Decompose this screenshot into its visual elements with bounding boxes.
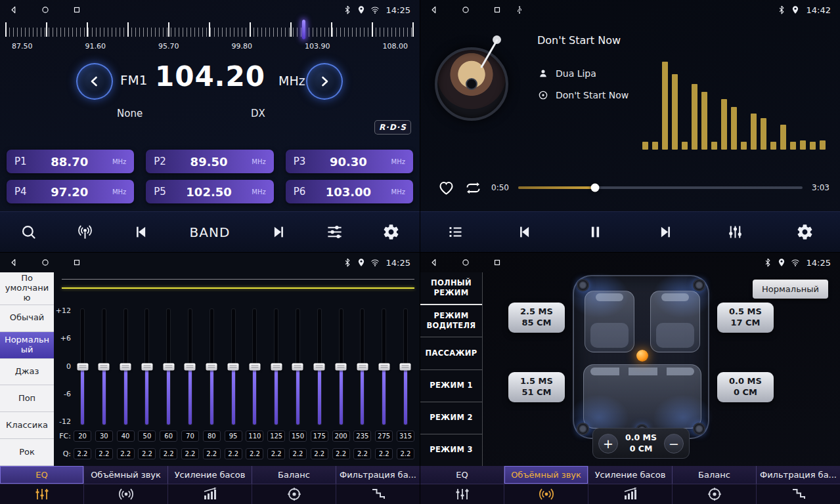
audio-tab[interactable]: Объёмный звук [504, 466, 588, 484]
eq-band-slider[interactable] [353, 309, 371, 425]
settings-button[interactable] [382, 223, 400, 241]
eq-slider-handle[interactable] [228, 364, 239, 371]
nav-home-icon[interactable] [461, 258, 470, 267]
radio-preset-button[interactable]: P3 90.30 MHz [286, 150, 413, 173]
eq-preset-item[interactable]: Рок [0, 439, 54, 466]
eq-slider-track[interactable] [81, 309, 84, 425]
eq-band-slider[interactable] [397, 309, 414, 425]
eq-slider-handle[interactable] [99, 364, 110, 371]
eq-slider-handle[interactable] [336, 364, 347, 371]
eq-band-slider[interactable] [332, 309, 350, 425]
eq-slider-handle[interactable] [249, 364, 260, 371]
eq-band-slider[interactable] [117, 309, 135, 425]
eq-slider-handle[interactable] [292, 364, 303, 371]
nav-recents-icon[interactable] [72, 5, 81, 14]
audio-tab[interactable]: EQ [420, 466, 504, 484]
nav-back-icon[interactable] [430, 258, 439, 267]
scan-button[interactable] [20, 223, 37, 241]
eq-slider-handle[interactable] [185, 364, 196, 371]
eq-band-slider[interactable] [74, 309, 91, 425]
sound-preset-button[interactable]: Нормальный [753, 280, 828, 299]
eq-slider-track[interactable] [253, 309, 256, 425]
eq-slider-track[interactable] [382, 309, 386, 425]
audio-settings-button[interactable] [326, 223, 343, 241]
audio-tab[interactable]: Объёмный звук [84, 466, 168, 484]
sound-mode-item[interactable]: РЕЖИМ ВОДИТЕЛЯ [420, 305, 482, 337]
audio-tab[interactable]: Фильтрация ба... [336, 466, 420, 484]
eq-band-slider[interactable] [267, 309, 285, 425]
eq-slider-track[interactable] [124, 309, 127, 425]
sound-mode-item[interactable]: РЕЖИМ 1 [420, 370, 482, 402]
audio-tab[interactable]: Баланс [673, 466, 757, 484]
eq-slider-handle[interactable] [400, 364, 411, 371]
nav-recents-icon[interactable] [72, 258, 81, 267]
nav-recents-icon[interactable] [493, 258, 502, 267]
eq-band-slider[interactable] [289, 309, 307, 425]
surround-tab-icon[interactable] [504, 484, 588, 504]
bass-boost-tab-icon[interactable] [588, 484, 673, 504]
front-right-delay-button[interactable]: 0.5 MS 17 CM [717, 303, 774, 333]
sound-mode-item[interactable]: ПОЛНЫЙ РЕЖИМ [420, 272, 482, 305]
audio-tab[interactable]: Баланс [252, 466, 336, 484]
sound-mode-item[interactable]: ПАССАЖИР [420, 337, 482, 369]
eq-slider-track[interactable] [188, 309, 192, 425]
eq-slider-track[interactable] [167, 309, 170, 425]
eq-slider-handle[interactable] [271, 364, 282, 371]
sound-mode-item[interactable]: РЕЖИМ 2 [420, 402, 482, 434]
eq-slider-track[interactable] [145, 309, 148, 425]
seek-bar-thumb[interactable] [590, 184, 599, 192]
listening-position-marker[interactable] [636, 350, 648, 362]
eq-slider-handle[interactable] [120, 364, 131, 371]
playlist-button[interactable] [447, 223, 464, 241]
eq-preset-item[interactable]: По умолчанию [0, 272, 54, 305]
previous-station-button[interactable] [133, 223, 150, 241]
eq-preset-item[interactable]: Поп [0, 385, 54, 412]
eq-slider-handle[interactable] [77, 364, 88, 371]
filter-tab-icon[interactable] [336, 484, 420, 504]
previous-track-button[interactable] [516, 223, 534, 241]
radio-preset-button[interactable]: P6 103.00 MHz [286, 180, 413, 203]
sound-mode-item[interactable]: РЕЖИМ 3 [420, 434, 482, 466]
filter-tab-icon[interactable] [757, 484, 840, 504]
rear-left-delay-button[interactable]: 1.5 MS 51 CM [508, 372, 565, 402]
balance-tab-icon[interactable] [673, 484, 757, 504]
eq-slider-track[interactable] [361, 309, 364, 425]
nav-back-icon[interactable] [9, 258, 18, 267]
eq-band-slider[interactable] [95, 309, 113, 425]
eq-band-slider[interactable] [246, 309, 263, 425]
eq-slider-handle[interactable] [206, 364, 217, 371]
eq-slider-track[interactable] [102, 309, 106, 425]
nav-back-icon[interactable] [430, 5, 439, 14]
eq-slider-handle[interactable] [378, 364, 389, 371]
eq-slider-track[interactable] [275, 309, 278, 425]
eq-tab-icon[interactable] [420, 484, 504, 504]
seek-bar[interactable] [518, 186, 803, 189]
eq-preset-item[interactable]: Классика [0, 412, 54, 439]
settings-button[interactable] [796, 223, 814, 241]
next-track-button[interactable] [656, 223, 674, 241]
eq-slider-handle[interactable] [357, 364, 368, 371]
tune-down-button[interactable] [76, 63, 113, 100]
eq-band-slider[interactable] [138, 309, 156, 425]
eq-slider-track[interactable] [340, 309, 343, 425]
eq-slider-track[interactable] [232, 309, 235, 425]
radio-preset-button[interactable]: P5 102.50 MHz [146, 180, 273, 203]
eq-band-slider[interactable] [203, 309, 221, 425]
front-left-delay-button[interactable]: 2.5 MS 85 CM [508, 303, 565, 333]
eq-slider-handle[interactable] [163, 364, 174, 371]
frequency-scale[interactable]: 87.50 91.60 95.70 99.80 103.90 108.00 [5, 22, 414, 52]
eq-slider-track[interactable] [318, 309, 321, 425]
eq-preset-item[interactable]: Джаз [0, 359, 54, 386]
eq-preset-item[interactable]: Обычай [0, 305, 54, 332]
nav-home-icon[interactable] [461, 5, 470, 14]
eq-band-slider[interactable] [181, 309, 199, 425]
broadcast-button[interactable] [76, 223, 94, 241]
nav-home-icon[interactable] [41, 258, 50, 267]
audio-tab[interactable]: EQ [0, 466, 84, 484]
audio-tab[interactable]: Фильтрация ба... [757, 466, 840, 484]
audio-tab[interactable]: Усиление басов [168, 466, 252, 484]
eq-slider-handle[interactable] [141, 364, 152, 371]
eq-slider-track[interactable] [296, 309, 299, 425]
nav-recents-icon[interactable] [493, 5, 502, 14]
band-button[interactable]: BAND [190, 224, 231, 240]
